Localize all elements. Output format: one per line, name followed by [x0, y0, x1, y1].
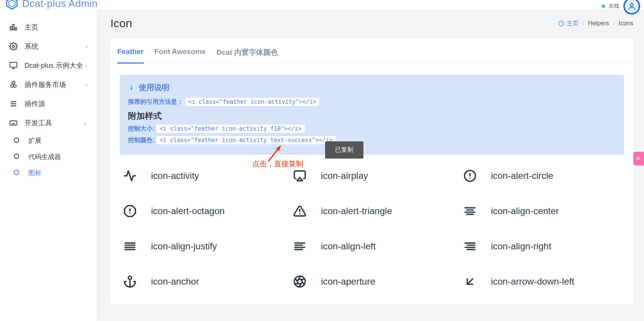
icon-name: icon-activity	[151, 170, 199, 181]
svg-rect-21	[131, 87, 132, 90]
sidebar-item-icons[interactable]: 图标	[5, 165, 97, 181]
icon-cell-alert-triangle[interactable]: icon-alert-triangle	[292, 204, 451, 218]
sidebar-item-label: 插件服务市场	[25, 80, 85, 89]
sidebar-item-system[interactable]: 系统 ‹	[0, 37, 97, 56]
icon-cell-align-justify[interactable]: icon-align-justify	[123, 239, 281, 254]
info-recommend-code[interactable]: <i class="feather icon-activity"></i>	[185, 97, 320, 106]
svg-marker-0	[7, 0, 17, 9]
translate-icon	[636, 156, 642, 162]
topbar-right: 在线	[602, 0, 644, 15]
svg-point-2	[630, 3, 633, 6]
svg-rect-4	[13, 25, 14, 30]
icon-name: icon-align-center	[491, 206, 559, 216]
icon-cell-activity[interactable]: icon-activity	[123, 169, 281, 183]
sidebar-item-label: 系统	[25, 42, 85, 51]
airplay-icon	[292, 169, 307, 183]
user-icon	[628, 2, 636, 10]
annotation-text: 点击，直接复制	[252, 159, 303, 169]
list-icon	[9, 100, 18, 108]
svg-rect-5	[15, 28, 17, 30]
tab-dcat-colors[interactable]: Dcat 内置字体颜色	[217, 47, 278, 64]
brand[interactable]: Dcat-plus Admin	[0, 0, 98, 10]
info-icon	[128, 84, 135, 91]
sidebar-item-source[interactable]: 插件源	[0, 94, 97, 113]
icon-cell-alert-octagon[interactable]: icon-alert-octagon	[123, 204, 281, 218]
sidebar-item-label: 开发工具	[25, 118, 83, 128]
chevron-left-icon: ‹	[85, 82, 87, 88]
svg-marker-1	[9, 0, 15, 7]
brand-text: Dcat-plus Admin	[22, 0, 98, 10]
info-title-label: 使用说明	[139, 82, 169, 93]
icon-cell-align-right[interactable]: icon-align-right	[463, 239, 621, 254]
anchor-icon	[123, 274, 137, 289]
info-recommend-label: 推荐的引用方法是：	[128, 98, 183, 106]
svg-point-6	[12, 45, 15, 47]
sidebar-item-home[interactable]: 主页	[0, 18, 97, 37]
brand-logo-icon	[5, 0, 18, 10]
icon-cell-aperture[interactable]: icon-aperture	[292, 274, 451, 289]
info-color-code[interactable]: <i class="feather icon-activity text-suc…	[156, 136, 336, 145]
info-color-row: 控制颜色: <i class="feather icon-activity te…	[128, 136, 616, 145]
sidebar-item-devtools[interactable]: 开发工具 ⌄	[0, 113, 97, 133]
copied-tooltip: 已复制	[325, 141, 363, 159]
keyboard-icon	[9, 119, 18, 127]
sidebar-item-label: 主页	[25, 23, 87, 32]
chevron-left-icon: ‹	[85, 62, 87, 69]
sidebar-item-market[interactable]: 插件服务市场 ‹	[0, 75, 97, 94]
tabs: Feather Font Awesome Dcat 内置字体颜色	[110, 39, 633, 64]
sidebar-item-codegen[interactable]: 代码生成器	[5, 149, 97, 165]
online-dot-icon	[602, 5, 605, 8]
side-translate-badge[interactable]	[633, 152, 644, 165]
arrow-down-left-icon	[463, 274, 477, 289]
bar-chart-icon	[9, 23, 18, 31]
chevron-left-icon: ‹	[85, 43, 87, 49]
info-size-row: 控制大小: <i class="feather icon-activity f1…	[128, 124, 616, 133]
alert-triangle-icon	[292, 204, 307, 218]
sidebar-item-label: 代码生成器	[28, 152, 87, 161]
svg-rect-7	[10, 62, 17, 67]
icon-name: icon-arrow-down-left	[491, 276, 574, 287]
align-center-icon	[463, 204, 477, 218]
sidebar-sublist-devtools: 扩展 代码生成器 图标	[0, 133, 97, 181]
tab-feather[interactable]: Feather	[117, 47, 144, 64]
cubes-icon	[9, 80, 18, 89]
icon-name: icon-aperture	[321, 276, 375, 287]
monitor-icon	[9, 61, 18, 70]
info-size-label: 控制大小:	[128, 125, 154, 133]
info-title: 使用说明	[128, 82, 616, 93]
sidebar-item-extensions[interactable]: 扩展	[5, 133, 97, 149]
svg-point-20	[131, 85, 132, 87]
icon-cell-anchor[interactable]: icon-anchor	[123, 274, 281, 289]
breadcrumb-home[interactable]: 主页	[558, 20, 579, 28]
info-color-label: 控制颜色:	[128, 136, 154, 144]
svg-marker-24	[297, 177, 302, 181]
aperture-icon	[292, 274, 307, 289]
breadcrumb-sep: /	[583, 20, 584, 27]
breadcrumb-icons[interactable]: Icons	[619, 20, 633, 27]
avatar[interactable]	[623, 0, 640, 15]
icon-cell-align-center[interactable]: icon-align-center	[463, 204, 621, 218]
tab-fontawesome[interactable]: Font Awesome	[154, 47, 206, 64]
icon-cell-arrow-down-left[interactable]: icon-arrow-down-left	[463, 274, 621, 289]
info-size-code[interactable]: <i class="feather icon-activity f10"></i…	[156, 124, 305, 133]
align-left-icon	[292, 239, 307, 254]
breadcrumb-helpers[interactable]: Helpers	[588, 20, 609, 27]
icon-name: icon-align-justify	[151, 241, 217, 252]
sidebar-item-label: 图标	[28, 169, 87, 177]
icon-cell-align-left[interactable]: icon-align-left	[292, 239, 451, 254]
online-text: 在线	[609, 3, 619, 10]
info-box: 使用说明 推荐的引用方法是： <i class="feather icon-ac…	[120, 75, 624, 155]
topbar: Dcat-plus Admin 在线	[0, 0, 644, 9]
align-right-icon	[463, 239, 477, 254]
icon-cell-alert-circle[interactable]: icon-alert-circle	[463, 169, 621, 183]
gear-icon	[9, 42, 18, 51]
icon-cell-airplay[interactable]: icon-airplay	[292, 169, 451, 183]
page-title: Icon	[110, 17, 132, 30]
icon-name: icon-align-left	[321, 241, 376, 252]
svg-rect-13	[10, 121, 17, 125]
sidebar-item-examples[interactable]: Dcat-plus 示例大全 ‹	[0, 56, 97, 75]
svg-rect-3	[10, 26, 12, 30]
icon-name: icon-airplay	[321, 170, 368, 181]
chevron-down-icon: ⌄	[83, 120, 87, 126]
content-card: Feather Font Awesome Dcat 内置字体颜色 使用说明 推荐…	[110, 39, 633, 304]
